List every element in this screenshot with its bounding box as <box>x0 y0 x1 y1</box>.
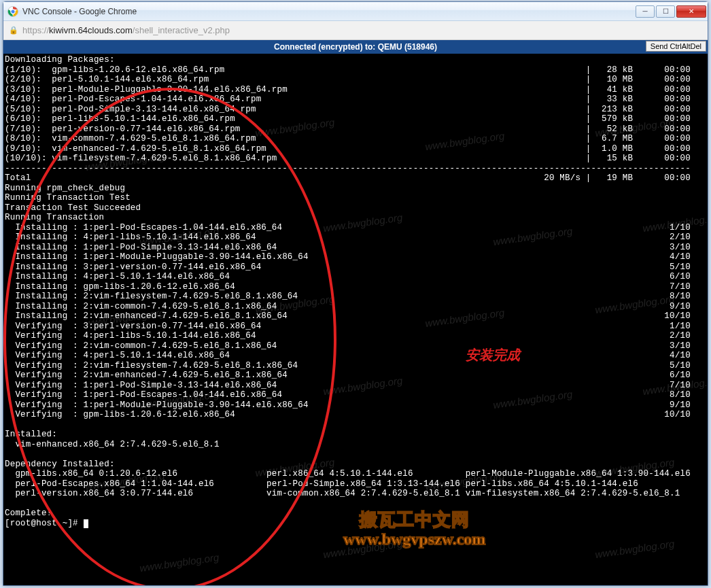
terminal-cursor <box>84 519 88 528</box>
bg-watermark: www.bwgblog.org <box>139 551 220 574</box>
annotation-text: 安装完成 <box>466 346 520 364</box>
titlebar[interactable]: VNC Console - Google Chrome ─ ☐ ✕ <box>3 2 708 21</box>
window-controls: ─ ☐ ✕ <box>634 5 706 18</box>
lock-icon: 🔒 <box>9 26 18 35</box>
page-content: Connected (encrypted) to: QEMU (518946) … <box>3 40 708 585</box>
bg-watermark: www.bwgblog.org <box>594 538 675 560</box>
minimize-button[interactable]: ─ <box>636 5 655 18</box>
browser-window: VNC Console - Google Chrome ─ ☐ ✕ 🔒 http… <box>3 1 708 586</box>
close-button[interactable]: ✕ <box>676 5 706 18</box>
terminal-output[interactable]: Downloading Packages: (1/10): gpm-libs-1… <box>3 54 708 530</box>
vnc-status-text: Connected (encrypted) to: QEMU (518946) <box>274 42 437 52</box>
vnc-status-bar: Connected (encrypted) to: QEMU (518946) … <box>3 40 708 54</box>
bg-watermark: www.bwgblog.org <box>322 538 403 560</box>
maximize-button[interactable]: ☐ <box>656 5 675 18</box>
brand-url-text: www.bwgvpszw.com <box>343 530 485 549</box>
address-bar[interactable]: 🔒 https://kiwivm.64clouds.com/shell_inte… <box>3 21 708 40</box>
window-title: VNC Console - Google Chrome <box>22 7 634 16</box>
url-text: https://kiwivm.64clouds.com/shell_intera… <box>22 25 230 35</box>
chrome-icon <box>7 6 18 17</box>
send-ctrlaltdel-button[interactable]: Send CtrlAltDel <box>646 41 706 52</box>
svg-point-1 <box>11 9 15 13</box>
